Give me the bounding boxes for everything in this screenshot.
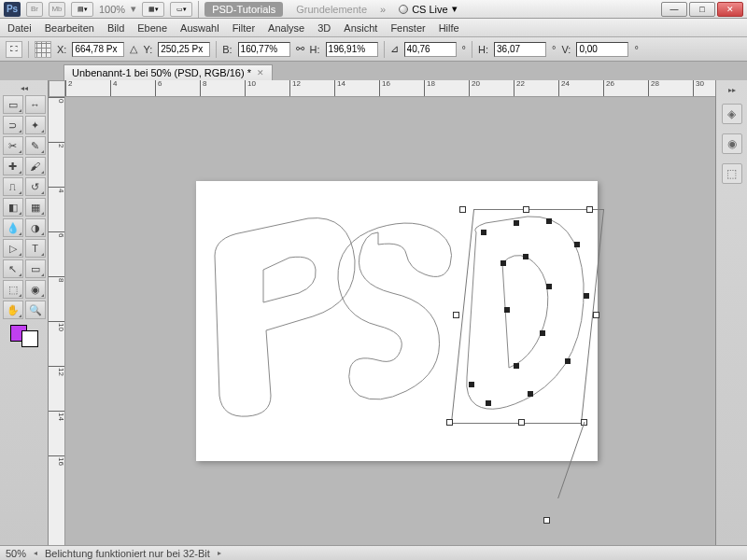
color-swatch[interactable]: [10, 325, 38, 347]
svg-line-0: [549, 422, 585, 498]
menu-filter[interactable]: Filter: [233, 22, 255, 34]
heal-tool[interactable]: ✚: [3, 157, 23, 175]
vskew-label: V:: [561, 44, 571, 55]
vskew-input[interactable]: [576, 42, 628, 57]
reference-point-icon[interactable]: [35, 41, 51, 58]
zoom-tool[interactable]: 🔍: [25, 301, 46, 319]
3d-tool[interactable]: ⬚: [3, 280, 23, 299]
separator: [384, 41, 385, 58]
window-maximize-button[interactable]: □: [689, 2, 715, 17]
type-tool[interactable]: T: [25, 239, 46, 258]
wand-tool[interactable]: ✦: [25, 116, 46, 134]
bbox-handle[interactable]: [543, 517, 550, 524]
channels-panel-icon[interactable]: ◉: [722, 133, 742, 154]
separator: [198, 1, 199, 18]
window-close-button[interactable]: ✕: [717, 2, 743, 17]
titlebar: Ps Br Mb ▤▾ 100% ▾ ▦▾ ▭▾ PSD-Tutorials G…: [0, 0, 747, 19]
brush-tool[interactable]: 🖌: [25, 157, 46, 175]
lasso-tool[interactable]: ⊃: [3, 116, 23, 134]
document-tabs: Unbenannt-1 bei 50% (PSD, RGB/16) * ✕: [0, 62, 747, 80]
workspace-grundelemente[interactable]: Grundelemente: [289, 2, 374, 17]
menu-bild[interactable]: Bild: [107, 22, 124, 34]
menu-auswahl[interactable]: Auswahl: [180, 22, 219, 34]
hskew-input[interactable]: [494, 42, 546, 57]
toolbox-collapse-icon[interactable]: ◂◂: [19, 84, 30, 93]
menu-ebene[interactable]: Ebene: [137, 22, 167, 34]
menu-fenster[interactable]: Fenster: [390, 22, 425, 34]
document-tab[interactable]: Unbenannt-1 bei 50% (PSD, RGB/16) * ✕: [63, 64, 273, 80]
h-input[interactable]: [326, 42, 378, 57]
zoom-level[interactable]: 100%: [99, 4, 125, 15]
paths-panel-icon[interactable]: ⬚: [722, 163, 742, 184]
panel-dock: ▸▸ ◈ ◉ ⬚: [715, 80, 747, 545]
shape-tool[interactable]: ▭: [25, 259, 46, 278]
dodge-tool[interactable]: ◑: [25, 218, 46, 237]
menu-analyse[interactable]: Analyse: [268, 22, 304, 34]
background-color[interactable]: [21, 330, 38, 347]
path-select-tool[interactable]: ↖: [3, 259, 23, 278]
y-label: Y:: [143, 44, 152, 55]
menu-bearbeiten[interactable]: Bearbeiten: [45, 22, 94, 34]
menubar: Datei Bearbeiten Bild Ebene Auswahl Filt…: [0, 19, 747, 37]
pen-tool[interactable]: ▷: [3, 239, 23, 258]
tab-close-icon[interactable]: ✕: [257, 68, 264, 77]
move-tool[interactable]: ↔: [25, 95, 46, 114]
menu-ansicht[interactable]: Ansicht: [344, 22, 377, 34]
canvas-area[interactable]: [65, 97, 715, 545]
bridge-icon[interactable]: Br: [26, 2, 43, 17]
hand-tool[interactable]: ✋: [3, 301, 23, 319]
transform-extra-line: [196, 181, 598, 498]
x-label: X:: [57, 44, 66, 55]
crop-tool[interactable]: ✂: [3, 136, 23, 155]
eyedropper-tool[interactable]: ✎: [25, 136, 46, 155]
extras-dropdown[interactable]: ▭▾: [170, 2, 192, 17]
status-next-icon[interactable]: ▸: [218, 549, 221, 557]
toolbox: ◂◂ ▭↔ ⊃✦ ✂✎ ✚🖌 ⎍↺ ◧▦ 💧◑ ▷T ↖▭ ⬚◉ ✋🔍: [0, 80, 49, 545]
gradient-tool[interactable]: ▦: [25, 198, 46, 217]
status-prev-icon[interactable]: ◂: [34, 549, 37, 557]
cslive-icon: [399, 5, 408, 14]
deg-label: °: [552, 44, 556, 55]
ruler-origin[interactable]: [49, 80, 65, 97]
minibridge-icon[interactable]: Mb: [49, 2, 65, 17]
w-input[interactable]: [238, 42, 290, 57]
separator: [216, 41, 217, 58]
workspace: 24681012141618202224262830 0246810121416: [49, 80, 715, 545]
menu-datei[interactable]: Datei: [7, 22, 32, 34]
marquee-tool[interactable]: ▭: [3, 95, 23, 114]
canvas[interactable]: [196, 181, 598, 461]
panel-collapse-icon[interactable]: ▸▸: [728, 86, 736, 94]
x-input[interactable]: [72, 42, 124, 57]
workspace-more-icon[interactable]: »: [380, 4, 386, 15]
link-icon[interactable]: ⚯: [296, 43, 304, 55]
transform-tool-icon[interactable]: ⛶: [6, 41, 22, 58]
workspace-psd-tutorials[interactable]: PSD-Tutorials: [204, 2, 283, 17]
screenmode-dropdown[interactable]: ▤▾: [71, 2, 93, 17]
eraser-tool[interactable]: ◧: [3, 198, 23, 217]
h-label: H:: [310, 44, 320, 55]
zoom-chevron-icon[interactable]: ▾: [131, 3, 136, 15]
window-minimize-button[interactable]: —: [661, 2, 687, 17]
ruler-horizontal[interactable]: 24681012141618202224262830: [65, 80, 715, 97]
menu-hilfe[interactable]: Hilfe: [439, 22, 459, 34]
cslive-button[interactable]: CS Live ▾: [399, 3, 458, 15]
stamp-tool[interactable]: ⎍: [3, 177, 23, 196]
y-input[interactable]: [158, 42, 210, 57]
status-zoom[interactable]: 50%: [6, 548, 26, 559]
menu-3d[interactable]: 3D: [317, 22, 331, 34]
arrange-dropdown[interactable]: ▦▾: [142, 2, 164, 17]
w-label: B:: [222, 44, 232, 55]
deg-label: °: [634, 44, 638, 55]
angle-input[interactable]: [404, 42, 457, 57]
blur-tool[interactable]: 💧: [3, 218, 23, 237]
history-brush-tool[interactable]: ↺: [25, 177, 46, 196]
deg-label: °: [462, 44, 466, 55]
3d-camera-tool[interactable]: ◉: [25, 280, 46, 299]
ruler-vertical[interactable]: 0246810121416: [49, 97, 65, 545]
layers-panel-icon[interactable]: ◈: [722, 104, 742, 124]
angle-icon: ⊿: [390, 43, 399, 55]
separator: [28, 41, 29, 58]
chevron-down-icon: ▾: [452, 3, 458, 15]
delta-icon[interactable]: △: [130, 43, 137, 55]
status-message: Belichtung funktioniert nur bei 32-Bit: [45, 548, 210, 559]
